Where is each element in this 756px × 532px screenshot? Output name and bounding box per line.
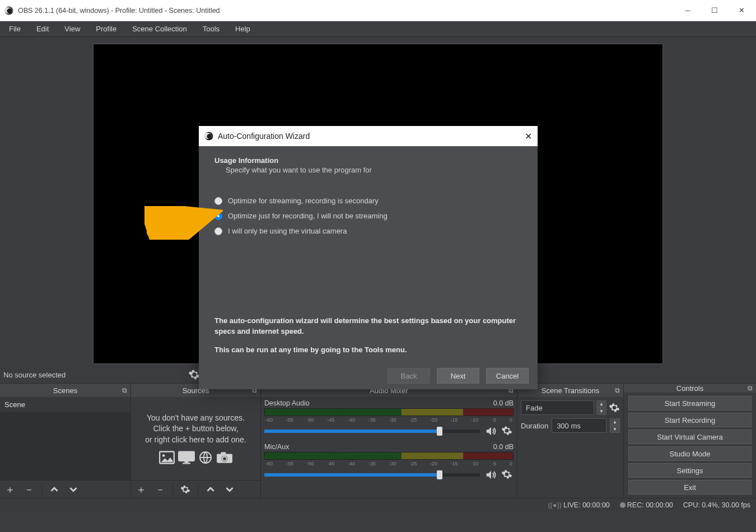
window-title: OBS 26.1.1 (64-bit, windows) - Profile: …	[18, 7, 220, 15]
duration-up-button[interactable]: ▲	[610, 418, 620, 426]
usage-radio-1[interactable]: Optimize just for recording, I will not …	[214, 212, 522, 220]
titlebar: OBS 26.1.1 (64-bit, windows) - Profile: …	[0, 0, 756, 21]
svg-rect-10	[221, 452, 226, 455]
svg-point-3	[162, 455, 165, 458]
browser-source-icon	[198, 451, 213, 464]
dock-sources: Sources⧉ You don't have any sources. Cli…	[131, 384, 261, 498]
scenes-popout-icon[interactable]: ⧉	[122, 386, 127, 394]
menu-profile[interactable]: Profile	[89, 23, 123, 35]
dialog-subheading: Specify what you want to use the program…	[226, 166, 522, 174]
dialog-obs-icon	[204, 132, 213, 141]
channel-volume-slider[interactable]	[264, 473, 480, 477]
radio-label: I will only be using the virtual camera	[228, 227, 347, 235]
svg-rect-6	[184, 461, 188, 463]
transition-settings-button[interactable]	[609, 402, 620, 413]
controls-title: Controls	[676, 384, 703, 393]
dialog-close-button[interactable]: ✕	[525, 131, 532, 142]
dialog-back-button[interactable]: Back	[388, 368, 430, 384]
scenes-title: Scenes	[53, 386, 77, 395]
channel-mute-button[interactable]	[484, 425, 497, 437]
control-button-start-streaming[interactable]: Start Streaming	[628, 396, 752, 410]
svg-rect-5	[179, 452, 194, 461]
status-live: ((●)) LIVE: 00:00:00	[548, 501, 609, 509]
channel-level: 0.0 dB	[493, 399, 514, 407]
dialog-desc2: This can be run at any time by going to …	[214, 345, 522, 356]
control-button-exit[interactable]: Exit	[628, 480, 752, 494]
transition-up-button[interactable]: ▲	[596, 400, 606, 408]
channel-level: 0.0 dB	[493, 443, 514, 451]
channel-settings-button[interactable]	[501, 425, 514, 437]
dock-scenes: Scenes⧉ Scene ＋ －	[0, 384, 131, 498]
menu-tools[interactable]: Tools	[196, 23, 226, 35]
controls-popout-icon[interactable]: ⧉	[748, 384, 753, 392]
no-source-label: No source selected	[3, 371, 66, 379]
auto-config-wizard-dialog: Auto-Configuration Wizard ✕ Usage Inform…	[199, 126, 538, 389]
scenes-remove-button[interactable]: －	[22, 483, 36, 496]
docks: Scenes⧉ Scene ＋ － Sources⧉ You don't hav…	[0, 383, 756, 498]
dialog-cancel-button[interactable]: Cancel	[486, 368, 529, 384]
dialog-desc1: The auto-configuration wizard will deter…	[214, 316, 522, 337]
dock-audio-mixer: Audio Mixer⧉ Desktop Audio0.0 dB -60-55-…	[261, 384, 517, 498]
transitions-popout-icon[interactable]: ⧉	[615, 386, 620, 394]
status-rec: REC: 00:00:00	[620, 501, 673, 509]
status-bar: ((●)) LIVE: 00:00:00 REC: 00:00:00 CPU: …	[0, 498, 756, 511]
status-cpu: CPU: 0.4%, 30.00 fps	[683, 501, 750, 509]
duration-input[interactable]: 300 ms	[552, 418, 606, 433]
minimize-button[interactable]: ─	[674, 0, 701, 21]
close-button[interactable]: ✕	[728, 0, 755, 21]
channel-meter	[264, 408, 514, 416]
duration-down-button[interactable]: ▼	[610, 426, 620, 433]
sources-move-up-button[interactable]	[204, 483, 217, 496]
duration-label: Duration	[521, 422, 548, 430]
channel-name: Desktop Audio	[264, 399, 310, 407]
sources-empty-line2: Click the + button below,	[153, 423, 238, 435]
control-button-settings[interactable]: Settings	[628, 463, 752, 478]
sources-add-button[interactable]: ＋	[134, 483, 148, 496]
obs-logo-icon	[4, 6, 13, 15]
sources-remove-button[interactable]: －	[153, 483, 167, 496]
scenes-move-up-button[interactable]	[48, 483, 61, 496]
menu-view[interactable]: View	[58, 23, 87, 35]
channel-settings-button[interactable]	[501, 469, 514, 481]
image-source-icon	[159, 451, 175, 464]
sources-empty-line1: You don't have any sources.	[147, 413, 245, 424]
channel-volume-slider[interactable]	[264, 430, 480, 433]
menu-edit[interactable]: Edit	[30, 23, 55, 35]
dialog-heading: Usage Information	[214, 156, 522, 165]
menu-file[interactable]: File	[2, 23, 27, 35]
channel-mute-button[interactable]	[484, 469, 497, 481]
dialog-next-button[interactable]: Next	[437, 368, 479, 384]
menu-scene-collection[interactable]: Scene Collection	[125, 23, 194, 35]
sources-empty-line3: or right click here to add one.	[145, 435, 246, 446]
dock-controls: Controls⧉ Start StreamingStart Recording…	[624, 384, 756, 498]
menubar: File Edit View Profile Scene Collection …	[0, 21, 756, 37]
control-button-start-recording[interactable]: Start Recording	[628, 413, 752, 427]
control-button-studio-mode[interactable]: Studio Mode	[628, 446, 752, 461]
control-button-start-virtual-camera[interactable]: Start Virtual Camera	[628, 430, 752, 444]
usage-radio-2[interactable]: I will only be using the virtual camera	[214, 227, 522, 235]
channel-meter	[264, 452, 514, 460]
transition-select[interactable]: Fade	[521, 400, 594, 415]
display-source-icon	[178, 451, 195, 464]
camera-source-icon	[216, 451, 233, 464]
channel-name: Mic/Aux	[264, 443, 289, 451]
transitions-title: Scene Transitions	[542, 386, 599, 395]
scene-item[interactable]: Scene	[0, 397, 130, 412]
menu-help[interactable]: Help	[228, 23, 257, 35]
scenes-move-down-button[interactable]	[67, 483, 80, 496]
transition-down-button[interactable]: ▼	[596, 408, 606, 415]
radio-label: Optimize just for recording, I will not …	[228, 212, 388, 220]
sources-properties-button[interactable]	[179, 483, 192, 496]
usage-radio-0[interactable]: Optimize for streaming, recording is sec…	[214, 197, 522, 205]
scenes-add-button[interactable]: ＋	[3, 483, 17, 496]
maximize-button[interactable]: ☐	[701, 0, 728, 21]
sources-move-down-button[interactable]	[223, 483, 236, 496]
sources-empty[interactable]: You don't have any sources. Click the + …	[131, 397, 260, 480]
svg-rect-7	[183, 463, 190, 464]
dock-transitions: Scene Transitions⧉ Fade ▲▼ Duration 300 …	[517, 384, 624, 498]
dialog-title: Auto-Configuration Wizard	[218, 132, 310, 141]
radio-label: Optimize for streaming, recording is sec…	[228, 197, 379, 205]
